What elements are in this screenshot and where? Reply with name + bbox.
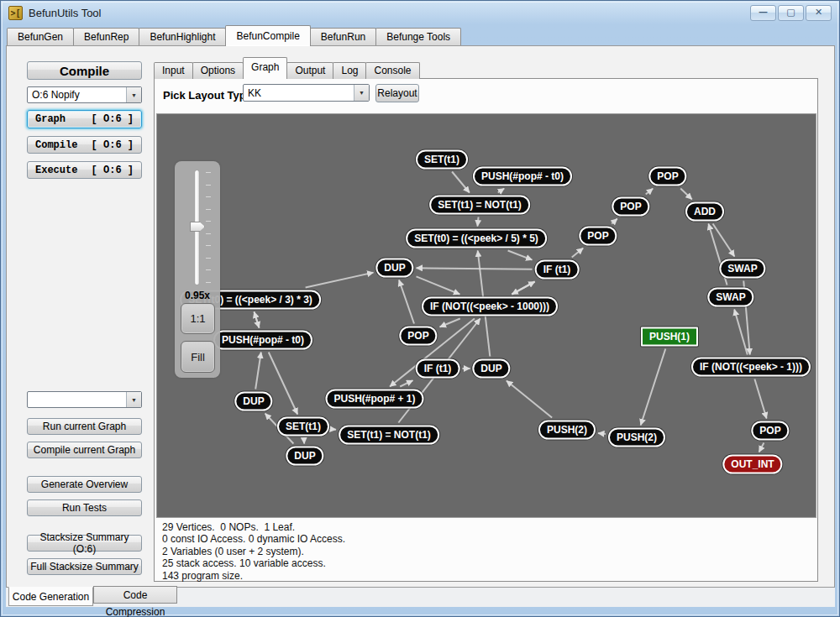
run-current-graph-button[interactable]: Run current Graph — [27, 418, 142, 435]
stat-variables: 2 Variables (0 user + 2 system). — [162, 546, 345, 557]
graph-scope-button[interactable]: Graph [ O:6 ] — [27, 110, 142, 128]
tab-options[interactable]: Options — [192, 62, 244, 79]
tab-code-generation[interactable]: Code Generation — [8, 587, 93, 606]
minimize-button[interactable]: — — [750, 5, 776, 21]
layout-type-dropdown-value: KK — [244, 87, 354, 99]
graph-node-set-t1-not-t1-3[interactable]: SET(t1) = NOT(t1) — [429, 196, 530, 215]
graph-node-set-t1-22[interactable]: SET(t1) — [277, 417, 329, 437]
graph-scope-button-label: Graph — [35, 113, 66, 125]
tab-code-compression[interactable]: Code Compression — [93, 586, 177, 604]
graph-node-add-5[interactable]: ADD — [685, 202, 724, 222]
run-tests-button[interactable]: Run Tests — [27, 499, 142, 516]
app-window: >[ BefunUtils Tool — ▢ ✕ BefunGenBefunRe… — [0, 0, 840, 617]
execute-scope-button[interactable]: Execute [ O:6 ] — [27, 161, 142, 179]
graph-node-if-t1-17[interactable]: IF (t1) — [416, 359, 460, 379]
tab-output[interactable]: Output — [286, 62, 333, 79]
close-button[interactable]: ✕ — [806, 5, 832, 21]
zoom-scale-label: 0.95x — [175, 290, 220, 301]
stacksize-summary-button[interactable]: Stacksize Summary (O:6) — [27, 535, 142, 552]
execute-scope-button-label: Execute — [35, 165, 77, 176]
compile-scope-button[interactable]: Compile [ O:6 ] — [27, 136, 142, 154]
titlebar[interactable]: >[ BefunUtils Tool — ▢ ✕ — [1, 1, 839, 24]
secondary-dropdown[interactable]: ▼ — [27, 391, 142, 408]
layout-type-dropdown[interactable]: KK ▼ — [243, 84, 370, 102]
tab-befunhighlight[interactable]: BefunHighlight — [139, 28, 226, 46]
bottom-tabstrip: Code GenerationCode Compression — [6, 588, 835, 607]
graph-node-dup-18[interactable]: DUP — [472, 359, 510, 379]
maximize-button[interactable]: ▢ — [778, 5, 804, 21]
app-icon: >[ — [8, 6, 23, 20]
graph-node-dup-27[interactable]: DUP — [286, 447, 323, 466]
graph-node-push-pop-1-20[interactable]: PUSH(#pop# + 1) — [325, 390, 423, 409]
graph-node-if-not-peek-1-19[interactable]: IF (NOT((<peek> - 1))) — [691, 358, 811, 377]
graph-node-pop-26[interactable]: POP — [751, 421, 789, 441]
stat-access: 25 stack access. 10 variable access. — [162, 557, 345, 569]
graph-node-push-pop-t0-16[interactable]: PUSH(#pop# - t0) — [213, 331, 312, 350]
chevron-down-icon: ▼ — [126, 87, 141, 102]
graph-node-pop-2[interactable]: POP — [648, 167, 686, 186]
zoom-slider-thumb[interactable] — [190, 222, 205, 232]
graph-node-push-2-25[interactable]: PUSH(2) — [608, 428, 665, 447]
graph-node-swap-10[interactable]: SWAP — [719, 259, 765, 279]
graph-node-pop-4[interactable]: POP — [612, 197, 649, 217]
graph-node-if-not-peek-1000-13[interactable]: IF (NOT((<peek> - 1000))) — [422, 297, 558, 316]
relayout-button[interactable]: Relayout — [375, 84, 419, 102]
tab-befungen[interactable]: BefunGen — [7, 28, 74, 46]
graph-scope-button-scope: [ O:6 ] — [92, 113, 134, 125]
graph-node-out-int-28[interactable]: OUT_INT — [722, 455, 782, 474]
stat-vertices: 29 Vertices. 0 NOPs. 1 Leaf. — [162, 521, 345, 533]
inner-tabstrip: InputOptionsGraphOutputLogConsole — [154, 58, 419, 79]
graph-node-push-pop-t0-1[interactable]: PUSH(#pop# - t0) — [473, 167, 572, 186]
compile-scope-button-label: Compile — [35, 139, 77, 151]
graph-statistics: 29 Vertices. 0 NOPs. 1 Leaf. 0 const IO … — [162, 521, 345, 582]
chevron-down-icon: ▼ — [126, 392, 141, 407]
generate-overview-button[interactable]: Generate Overview — [27, 476, 142, 493]
chevron-down-icon: ▼ — [354, 85, 369, 101]
execute-scope-button-scope: [ O:6 ] — [92, 165, 134, 176]
zoom-slider-ticks — [206, 172, 213, 283]
full-stacksize-summary-button[interactable]: Full Stacksize Summary — [27, 558, 142, 575]
befuncompile-page: Compile O:6 Nopify ▼ Graph [ O:6 ] Compi… — [6, 45, 835, 588]
tab-befunrep[interactable]: BefunRep — [73, 28, 139, 46]
graph-node-push-2-24[interactable]: PUSH(2) — [538, 421, 596, 440]
tab-input[interactable]: Input — [154, 62, 193, 79]
tab-befunge-tools[interactable]: Befunge Tools — [375, 28, 461, 46]
optimization-dropdown-value: O:6 Nopify — [28, 89, 126, 101]
pick-layout-type-label: Pick Layout Type — [163, 89, 252, 102]
compile-scope-button-scope: [ O:6 ] — [92, 139, 134, 151]
graph-node-if-t1-9[interactable]: IF (t1) — [535, 260, 580, 280]
graph-node-dup-8[interactable]: DUP — [375, 259, 413, 278]
compile-button[interactable]: Compile — [27, 61, 142, 80]
zoom-fill-button[interactable]: Fill — [181, 341, 215, 373]
graph-node-pop-6[interactable]: POP — [579, 227, 617, 246]
graph-canvas[interactable]: SET(t1)PUSH(#pop# - t0)POPSET(t1) = NOT(… — [156, 113, 816, 518]
graph-node-dup-21[interactable]: DUP — [234, 392, 272, 411]
main-tabstrip: BefunGenBefunRepBefunHighlightBefunCompi… — [7, 27, 460, 46]
stat-program-size: 143 program size. — [162, 570, 345, 582]
tab-log[interactable]: Log — [333, 62, 366, 79]
graph-node-set-t1-0[interactable]: SET(t1) — [416, 150, 468, 170]
graph-node-set-t0-peek-5-5-7[interactable]: SET(t0) = ((<peek> / 5) * 5) — [406, 229, 547, 248]
graph-node-swap-11[interactable]: SWAP — [707, 288, 753, 307]
compile-current-graph-button[interactable]: Compile current Graph — [27, 442, 142, 458]
optimization-dropdown[interactable]: O:6 Nopify ▼ — [27, 86, 142, 103]
graph-node-push-1-15[interactable]: PUSH(1) — [641, 327, 698, 347]
graph-node-pop-14[interactable]: POP — [399, 327, 437, 346]
tab-befuncompile[interactable]: BefunCompile — [225, 25, 310, 46]
window-title: BefunUtils Tool — [29, 7, 101, 19]
tab-console[interactable]: Console — [365, 62, 419, 79]
stat-io-access: 0 const IO Access. 0 dynamic IO Access. — [162, 533, 345, 545]
tab-befunrun[interactable]: BefunRun — [310, 28, 376, 46]
tab-graph[interactable]: Graph — [243, 57, 287, 79]
zoom-one-to-one-button[interactable]: 1:1 — [181, 303, 215, 334]
graph-tab-page: Pick Layout Type KK ▼ Relayout SET(t1)PU… — [154, 78, 818, 582]
zoom-panel: 0.95x 1:1 Fill — [175, 161, 220, 378]
graph-node-set-t1-not-t1-23[interactable]: SET(t1) = NOT(t1) — [339, 426, 439, 445]
